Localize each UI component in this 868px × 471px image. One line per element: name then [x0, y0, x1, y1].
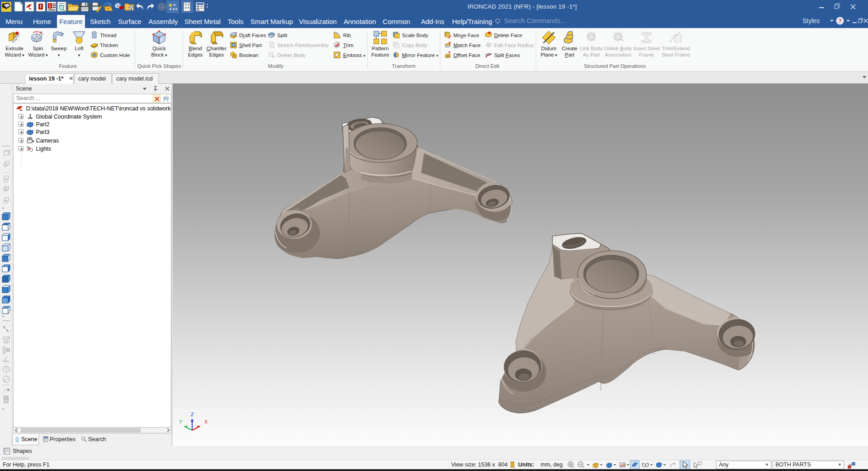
svg-text:?: ?: [838, 18, 842, 24]
svg-text:A: A: [7, 388, 10, 392]
svg-text:I: I: [40, 4, 41, 9]
svg-text:Y: Y: [179, 419, 183, 424]
svg-text:I: I: [49, 4, 51, 9]
svg-text:Z: Z: [191, 412, 194, 417]
svg-text:X: X: [204, 419, 208, 424]
